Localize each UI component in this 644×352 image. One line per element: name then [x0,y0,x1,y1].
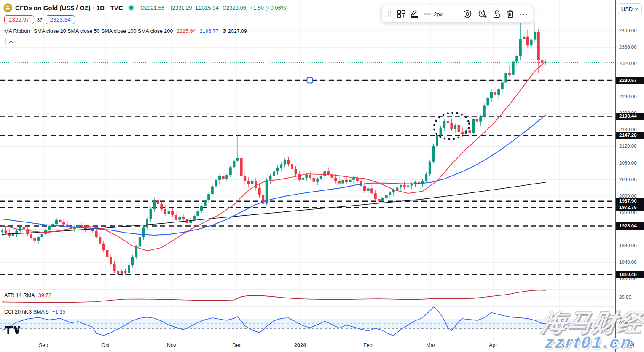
time-label: Mar [426,342,435,348]
price-level-badge: 2280.57 [616,77,644,84]
price-tick: 1880.00 [619,243,637,248]
watermark-url: zzrt01.cn [544,333,634,352]
ma-ribbon-legend[interactable]: MA Ribbon SMA close 20 SMA close 50 SMA … [4,28,247,34]
time-label: Apr [489,342,497,348]
indicator-axis-tick: 25.00 [619,295,631,300]
price-tick: 2080.00 [619,160,637,165]
symbol-header: CFDs on Gold (US$ / OZ) · 1D · TVC O2321… [3,3,288,12]
low-value: 2315.94 [199,5,219,11]
drawing-toolbar: 2px [381,5,533,23]
time-label: Feb [363,342,373,348]
price-tick: 2240.00 [619,94,637,99]
change-value: +1.50 (+0.06%) [250,5,288,11]
buy-button[interactable]: 2323.34 [46,15,75,24]
selected-color-swatch [411,16,418,18]
atr-line [2,290,546,302]
sma50-value: 2196.77 [199,28,218,34]
line-width-label: 2px [434,11,443,17]
candles-layer [1,21,547,276]
high-value: 2331.29 [172,5,192,11]
tradingview-logo[interactable] [5,325,20,337]
bid-ask-row: 2322.97 37 2323.34 [4,15,75,24]
time-label: 2024 [294,342,306,348]
line-color-picker[interactable] [411,10,418,18]
chart-canvas[interactable] [0,0,644,352]
grid-layer [0,0,615,340]
price-tick: 2400.00 [619,28,637,33]
trading-chart-window: CFDs on Gold (US$ / OZ) · 1D · TVC O2321… [0,0,644,352]
time-label: Dec [232,342,241,348]
time-label: Oct [101,342,109,348]
price-level-badge: 1810.48 [616,271,644,278]
sma20-value: 2325.94 [177,28,196,34]
sell-button[interactable]: 2322.97 [4,15,34,24]
atr-legend[interactable]: ATR 14 RMA 39.72 [4,292,51,298]
sma-average-value: Ø 2027.09 [223,28,247,34]
collapse-legend-button[interactable] [5,38,16,46]
atr-value: 39.72 [38,292,51,298]
line-style-control[interactable] [448,13,457,15]
cci-label: CCI 20 hlc3 SMA 5 [4,309,49,315]
drawing-anchor-handle[interactable] [307,78,313,83]
time-label: Sep [39,342,48,348]
price-tick: 2040.00 [619,177,637,182]
price-tick: 2320.00 [619,61,637,66]
add-alert-icon[interactable] [478,9,487,19]
atr-label: ATR 14 RMA [4,292,35,298]
unlock-icon[interactable] [493,10,501,19]
more-options-icon[interactable] [520,13,527,15]
price-tick: 2360.00 [619,44,637,49]
indicator-params: SMA close 20 SMA close 50 SMA close 100 … [34,28,173,34]
price-axis[interactable]: 2400.002360.002320.002240.002200.002160.… [616,0,644,340]
market-status-icon[interactable] [129,6,133,10]
price-tick: 1840.00 [619,260,637,265]
price-level-badge: 2147.28 [616,132,644,139]
drag-handle-icon[interactable] [387,11,392,17]
cci-legend[interactable]: CCI 20 hlc3 SMA 5 −1.15 [4,309,65,315]
currency-label: USD [621,6,633,12]
ohlc-readout: O2321.56 H2331.29 L2315.94 C2323.06 +1.5… [140,5,288,11]
indicator-name: MA Ribbon [4,28,30,34]
price-level-badge: 1972.75 [616,204,644,211]
time-label: Nov [167,342,176,348]
price-level-badge: 2193.44 [616,113,644,120]
price-tick: 2120.00 [619,144,637,149]
line-width-control[interactable]: 2px [424,11,443,17]
cci-value: −1.15 [52,309,66,315]
symbol-title[interactable]: CFDs on Gold (US$ / OZ) · 1D · TVC [15,4,123,11]
gold-coin-icon [3,3,12,12]
delete-icon[interactable] [506,10,514,19]
add-to-templates-icon[interactable] [397,10,405,18]
chevron-down-icon [635,8,639,10]
open-value: 2321.56 [145,5,164,11]
settings-icon[interactable] [463,9,472,19]
close-value: 2323.06 [226,5,246,11]
spread-value: 37 [37,17,43,22]
ma-lines-layer [2,62,546,251]
price-level-badge: 1928.04 [616,222,644,230]
currency-dropdown[interactable]: USD [618,3,642,14]
